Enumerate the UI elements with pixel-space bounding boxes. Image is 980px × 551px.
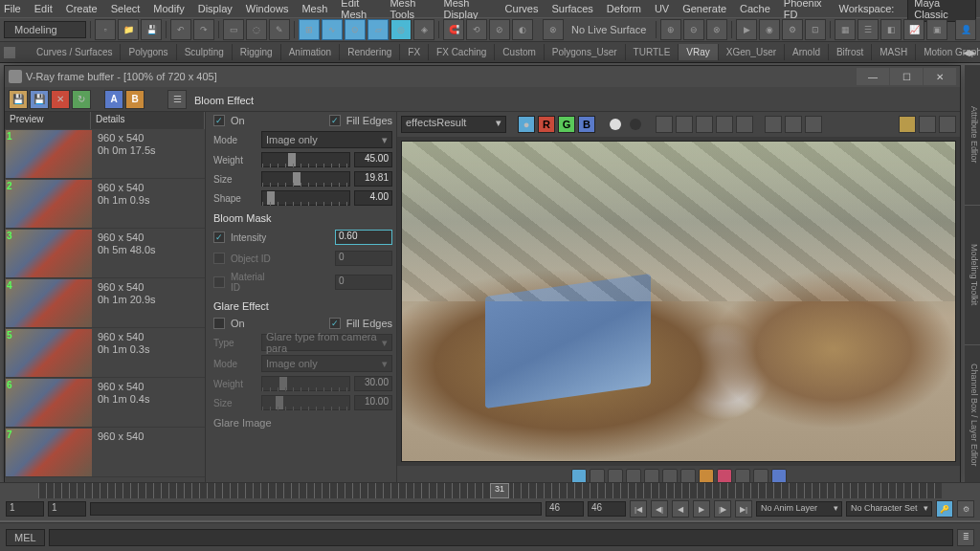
snap-point-icon[interactable]: ⊙ bbox=[345, 19, 366, 40]
reload-icon[interactable]: ↻ bbox=[72, 90, 91, 109]
save-all-icon[interactable]: 💾 bbox=[30, 90, 49, 109]
asset-icon[interactable]: ▣ bbox=[926, 19, 947, 40]
ipr-icon[interactable]: ◉ bbox=[759, 19, 780, 40]
tab-modeling-toolkit[interactable]: Modeling Toolkit bbox=[965, 206, 980, 346]
settings-icon[interactable] bbox=[939, 116, 956, 133]
graph-editor-icon[interactable]: 📈 bbox=[903, 19, 924, 40]
shelf-rendering[interactable]: Rendering bbox=[340, 44, 400, 60]
time-slider[interactable]: 31 bbox=[38, 483, 942, 498]
history-col-details[interactable]: Details bbox=[91, 112, 205, 129]
lasso-icon[interactable]: ◌ bbox=[246, 19, 267, 40]
menu-mesh[interactable]: Mesh bbox=[301, 3, 327, 14]
menu-edit[interactable]: Edit bbox=[34, 3, 53, 14]
channel-g-button[interactable]: G bbox=[558, 116, 575, 133]
tab-channel-box[interactable]: Channel Box / Layer Editor bbox=[965, 345, 980, 486]
glare-size-slider[interactable] bbox=[261, 395, 350, 410]
mono-white-icon[interactable] bbox=[610, 119, 621, 130]
menu-display[interactable]: Display bbox=[198, 3, 233, 14]
shelf-animation[interactable]: Animation bbox=[281, 44, 340, 60]
shelf-rigging[interactable]: Rigging bbox=[233, 44, 281, 60]
new-scene-icon[interactable]: ▫ bbox=[95, 19, 116, 40]
snap-view-icon[interactable]: ◈ bbox=[413, 19, 434, 40]
history-item[interactable]: 960 x 540 bbox=[5, 428, 205, 477]
step-back-icon[interactable]: ◀| bbox=[651, 500, 668, 518]
glare-size-field[interactable]: 10.00 bbox=[354, 395, 392, 410]
menu-uv[interactable]: UV bbox=[655, 3, 669, 14]
select-icon[interactable]: ▭ bbox=[223, 19, 244, 40]
menu-icon[interactable]: ☰ bbox=[167, 90, 187, 109]
menu-deform[interactable]: Deform bbox=[607, 3, 641, 14]
menu-create[interactable]: Create bbox=[66, 3, 98, 14]
snap-center-icon[interactable]: ◎ bbox=[390, 19, 412, 40]
no-live-icon[interactable]: ⊗ bbox=[543, 19, 564, 40]
glare-weight-slider[interactable] bbox=[261, 376, 350, 391]
menu-surfaces[interactable]: Surfaces bbox=[551, 3, 592, 14]
tab-attribute-editor[interactable]: Attribute Editor bbox=[965, 65, 980, 206]
bloom-shape-field[interactable]: 4.00 bbox=[354, 190, 392, 206]
menu-generate[interactable]: Generate bbox=[682, 3, 726, 14]
channel-b-button[interactable]: B bbox=[578, 116, 595, 133]
glare-weight-field[interactable]: 30.00 bbox=[354, 376, 392, 391]
save-image-icon[interactable]: 💾 bbox=[9, 90, 28, 109]
menu-mesh-display[interactable]: Mesh Display bbox=[443, 0, 491, 20]
menu-select[interactable]: Select bbox=[111, 3, 141, 14]
shelf-bifrost[interactable]: Bifrost bbox=[829, 44, 872, 60]
shelf-arnold[interactable]: Arnold bbox=[785, 44, 829, 60]
open-scene-icon[interactable]: 📁 bbox=[118, 19, 139, 40]
compare-b-button[interactable]: B bbox=[125, 90, 145, 109]
playback-start-field[interactable]: 1 bbox=[48, 501, 86, 517]
render-viewport[interactable] bbox=[401, 141, 956, 462]
history-list[interactable]: 960 x 5400h 0m 17.5s 960 x 5400h 1m 0.9s… bbox=[5, 129, 205, 487]
sym-x-icon[interactable]: ⊕ bbox=[660, 19, 681, 40]
shelf-custom[interactable]: Custom bbox=[495, 44, 544, 60]
toggle-icon[interactable]: ◐ bbox=[512, 19, 533, 40]
play-forward-icon[interactable]: ▶ bbox=[693, 500, 710, 518]
sym-y-icon[interactable]: ⊖ bbox=[683, 19, 704, 40]
objid-checkbox[interactable] bbox=[213, 253, 225, 264]
redo-icon[interactable]: ↷ bbox=[193, 19, 214, 40]
history-icon[interactable]: ⟲ bbox=[466, 19, 487, 40]
history-item[interactable]: 960 x 5400h 5m 48.0s bbox=[5, 229, 205, 278]
clone-icon[interactable] bbox=[785, 116, 802, 133]
bloom-on-checkbox[interactable] bbox=[213, 115, 225, 126]
sym-z-icon[interactable]: ⊗ bbox=[706, 19, 727, 40]
vray-logo-icon[interactable] bbox=[899, 116, 916, 133]
minimize-button[interactable]: — bbox=[857, 68, 889, 85]
pixel-info-icon[interactable] bbox=[696, 116, 713, 133]
hypershade-icon[interactable]: ◧ bbox=[880, 19, 902, 40]
glare-on-checkbox[interactable] bbox=[213, 318, 225, 329]
menu-windows[interactable]: Windows bbox=[246, 3, 289, 14]
panel-layout-icon[interactable]: ▦ bbox=[835, 19, 856, 40]
link-icon[interactable] bbox=[805, 116, 822, 133]
paint-select-icon[interactable]: ✎ bbox=[269, 19, 290, 40]
channel-r-button[interactable]: R bbox=[538, 116, 555, 133]
maximize-button[interactable]: ☐ bbox=[890, 68, 923, 85]
intensity-checkbox[interactable] bbox=[213, 231, 225, 243]
script-lang-button[interactable]: MEL bbox=[6, 529, 45, 546]
render-channel-select[interactable]: effectsResult bbox=[401, 116, 506, 133]
bloom-weight-field[interactable]: 45.00 bbox=[354, 152, 392, 167]
current-frame-indicator[interactable]: 31 bbox=[490, 483, 509, 498]
autokey-icon[interactable]: 🔑 bbox=[936, 500, 953, 518]
rgb-color-button[interactable]: ● bbox=[518, 116, 535, 133]
menu-modify[interactable]: Modify bbox=[153, 3, 184, 14]
range-slider[interactable] bbox=[90, 502, 542, 516]
snap-plane-icon[interactable]: ▱ bbox=[368, 19, 389, 40]
vfb-titlebar[interactable]: V-Ray frame buffer - [100% of 720 x 405]… bbox=[5, 66, 960, 87]
info-icon[interactable] bbox=[676, 116, 693, 133]
shelf-vray[interactable]: VRay bbox=[679, 44, 718, 60]
goto-start-icon[interactable]: |◀ bbox=[630, 500, 647, 518]
bloom-mode-select[interactable]: Image only bbox=[261, 131, 392, 148]
clear-icon[interactable] bbox=[765, 116, 782, 133]
swap-icon[interactable] bbox=[656, 116, 673, 133]
shelf-sculpting[interactable]: Sculpting bbox=[177, 44, 233, 60]
save-scene-icon[interactable]: 💾 bbox=[141, 19, 162, 40]
snap-grid-icon[interactable]: ⊞ bbox=[299, 19, 320, 40]
shelf-fxcaching[interactable]: FX Caching bbox=[429, 44, 495, 60]
menu-set-select[interactable]: Modeling bbox=[4, 21, 86, 38]
prefs-icon[interactable]: ⚙ bbox=[957, 500, 974, 518]
shelf-scroll-icon[interactable]: ◀▶ bbox=[963, 48, 976, 57]
delete-icon[interactable]: ✕ bbox=[51, 90, 70, 109]
step-forward-icon[interactable]: |▶ bbox=[714, 500, 731, 518]
render-icon[interactable]: ▶ bbox=[736, 19, 757, 40]
